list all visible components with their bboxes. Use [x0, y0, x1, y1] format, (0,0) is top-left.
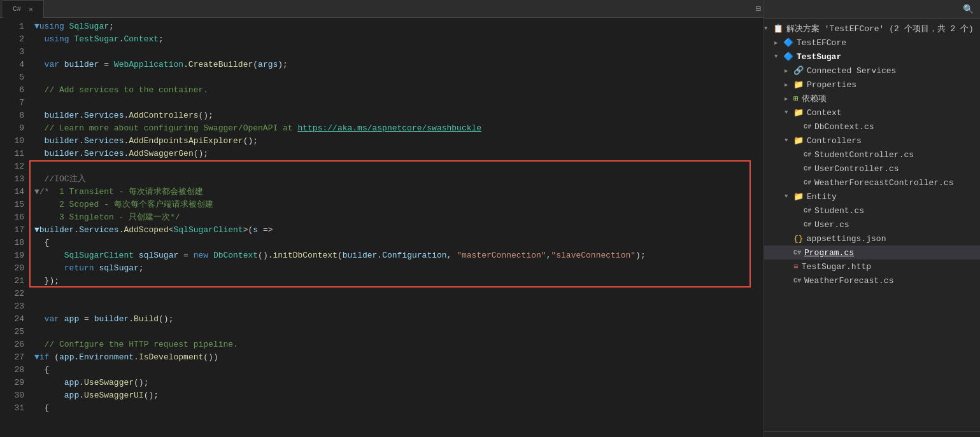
tree-item-properties[interactable]: ▶📁Properties [764, 78, 980, 92]
tree-item-context[interactable]: ▼📁Context [764, 106, 980, 120]
token: ); [278, 59, 288, 71]
se-tree[interactable]: ▼📋解决方案 'TestEFCore' (2 个项目，共 2 个)▶🔷TestE… [764, 19, 980, 431]
tree-item-userController[interactable]: C#UserController.cs [764, 162, 980, 176]
cs-icon: C# [804, 165, 811, 172]
code-line: SqlSugarClient sqlSugar = new DbContext(… [34, 249, 763, 262]
tree-item-deps[interactable]: ▶⊞依赖项 [764, 92, 980, 106]
token: (); [144, 389, 159, 402]
tree-item-controllers[interactable]: ▼📁Controllers [764, 134, 980, 148]
token: builder [343, 249, 378, 262]
token: var [34, 313, 64, 326]
token: (); [134, 377, 148, 389]
tree-item-appsettings[interactable]: {}appsettings.json [764, 232, 980, 246]
tree-label: User.cs [814, 220, 849, 230]
tree-item-entity[interactable]: ▼📁Entity [764, 190, 980, 204]
tree-item-program[interactable]: C#Program.cs [764, 246, 980, 260]
tree-item-testEFCore[interactable]: ▶🔷TestEFCore [764, 36, 980, 50]
code-line: ▼/* 1 Transient - 每次请求都会被创建 [34, 186, 763, 198]
cs-icon: C# [804, 207, 811, 214]
token: using [34, 33, 74, 46]
token: var [34, 59, 64, 71]
tree-item-connectedServices[interactable]: ▶🔗Connected Services [764, 64, 980, 78]
token: . [119, 224, 124, 237]
token: = [79, 313, 94, 326]
code-line: ▼builder.Services.AddScoped<SqlSugarClie… [34, 224, 763, 237]
code-line: return sqlSugar; [34, 262, 763, 275]
token: IsDevelopment [139, 351, 203, 364]
line-number: 31 [8, 402, 24, 415]
line-number: 23 [8, 300, 24, 313]
folder-icon: 📁 [793, 80, 804, 90]
code-content[interactable]: ▼using SqlSugar; using TestSugar.Context… [29, 18, 763, 437]
editor-tab[interactable]: C# ✕ [3, 0, 44, 18]
tree-item-weatherForecast[interactable]: C#WeatherForecast.cs [764, 274, 980, 288]
line-number: 17 [8, 224, 24, 237]
project-icon: 🔷 [783, 38, 793, 48]
token: }); [34, 275, 59, 288]
se-search-icon[interactable]: 🔍 [963, 4, 974, 15]
tree-label: Context [807, 108, 842, 118]
line-number: 19 [8, 249, 24, 262]
token: Services [84, 135, 124, 148]
token: new [194, 249, 213, 262]
code-line: // Configure the HTTP request pipeline. [34, 338, 763, 351]
code-line: 2 Scoped - 每次每个客户端请求被创建 [34, 198, 763, 211]
code-line: }); [34, 275, 763, 288]
token: ()) [203, 351, 218, 364]
split-icon[interactable]: ⊟ [756, 3, 761, 14]
tree-item-testSugar[interactable]: ▼🔷TestSugar [764, 50, 980, 64]
tree-label: Connected Services [807, 66, 896, 76]
token: Build [134, 313, 159, 326]
token: . [134, 351, 139, 364]
code-line: builder.Services.AddSwaggerGen(); [34, 148, 763, 160]
tree-arrow: ▼ [764, 25, 772, 32]
token: CreateBuilder [188, 59, 253, 71]
tree-label: Program.cs [804, 248, 854, 258]
token: UseSwagger [84, 377, 134, 389]
line-number: 16 [8, 211, 24, 224]
code-line [34, 160, 763, 173]
line-number: 30 [8, 389, 24, 402]
token: . [79, 389, 84, 402]
solution-explorer: 🔍 ▼📋解决方案 'TestEFCore' (2 个项目，共 2 个)▶🔷Tes… [763, 0, 980, 437]
token [134, 249, 139, 262]
tree-arrow: ▼ [785, 193, 792, 200]
tree-item-studentController[interactable]: C#StudentController.cs [764, 148, 980, 162]
tree-item-solution[interactable]: ▼📋解决方案 'TestEFCore' (2 个项目，共 2 个) [764, 22, 980, 36]
token: ▼/* [34, 186, 54, 198]
close-icon[interactable]: ✕ [29, 5, 33, 13]
tree-item-testSugarHttp[interactable]: ≡TestSugar.http [764, 260, 980, 274]
line-number: 27 [8, 351, 24, 364]
tree-arrow: ▶ [785, 67, 792, 74]
line-number: 8 [8, 109, 24, 122]
line-number: 4 [8, 59, 24, 71]
token: , [546, 249, 551, 262]
token: ; [159, 33, 164, 46]
line-number: 26 [8, 338, 24, 351]
tree-item-student[interactable]: C#Student.cs [764, 204, 980, 218]
tree-item-user[interactable]: C#User.cs [764, 218, 980, 232]
tree-item-weatherController[interactable]: C#WeatherForecastController.cs [764, 176, 980, 190]
tree-label: Properties [807, 80, 856, 90]
tree-label: DbContext.cs [814, 122, 874, 132]
cs-icon: C# [804, 179, 811, 186]
code-line: app.UseSwagger(); [34, 377, 763, 389]
token: >( [243, 224, 253, 237]
cs-icon: C# [793, 277, 801, 284]
line-number: 13 [8, 173, 24, 186]
token: sqlSugar [139, 249, 178, 262]
folder-icon: 📁 [793, 191, 804, 202]
code-line [34, 288, 763, 300]
line-number: 22 [8, 288, 24, 300]
token: WebApplication [114, 59, 183, 71]
token: // Configure the HTTP request pipeline. [34, 338, 238, 351]
tree-item-dbContext[interactable]: C#DbContext.cs [764, 120, 980, 134]
token: TestSugar [74, 33, 118, 46]
tree-label: Student.cs [814, 206, 864, 216]
token: SqlSugarClient [34, 249, 134, 262]
cs-icon: C# [804, 221, 811, 228]
folder-icon: 📁 [793, 108, 804, 118]
token: builder [34, 148, 79, 160]
token: return [34, 262, 99, 275]
token: ; [139, 262, 144, 275]
